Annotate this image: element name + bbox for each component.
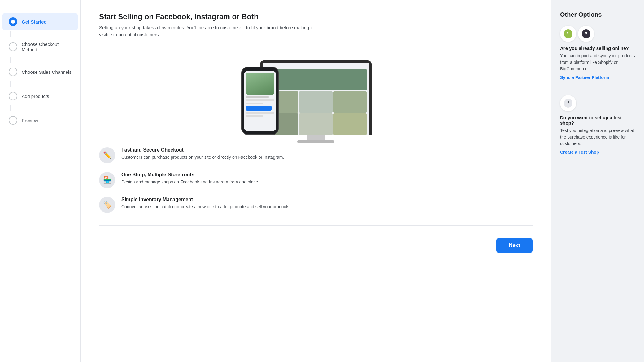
side-option-partner: S 3 ··· Are you already selling online? …	[560, 26, 635, 80]
feature-inventory-icon: 🏷️	[99, 197, 115, 213]
sidebar-item-checkout[interactable]: Choose Checkout Method	[2, 37, 78, 56]
phone-text-4	[246, 115, 263, 117]
side-option-partner-desc: You can import and sync your products fr…	[560, 53, 635, 72]
feature-storefronts-title: One Shop, Multiple Storefronts	[121, 172, 259, 178]
monitor-cell-6	[333, 113, 367, 135]
monitor-cell-3	[333, 91, 367, 113]
sidebar-item-sales-channels[interactable]: Choose Sales Channels	[2, 63, 78, 81]
test-shop-icon: ✦	[560, 95, 576, 111]
feature-storefronts: 🏪 One Shop, Multiple Storefronts Design …	[99, 172, 533, 188]
feature-storefronts-desc: Design and manage shops on Facebook and …	[121, 179, 259, 185]
more-platforms-icon: ···	[597, 31, 601, 37]
monitor-cell-2	[299, 91, 332, 113]
phone-mockup	[242, 67, 279, 135]
next-button[interactable]: Next	[496, 238, 533, 253]
step-connector-2	[10, 57, 11, 63]
side-option-partner-icons: S 3 ···	[560, 26, 635, 42]
page-title: Start Selling on Facebook, Instagram or …	[99, 12, 533, 21]
phone-text-2	[246, 103, 263, 104]
step-circle-sales-channels	[9, 68, 17, 76]
svg-text:3: 3	[585, 32, 587, 35]
feature-storefronts-text: One Shop, Multiple Storefronts Design an…	[121, 172, 259, 185]
step-connector-4	[10, 105, 11, 111]
svg-text:S: S	[567, 31, 569, 35]
step-circle-preview	[9, 116, 17, 125]
hero-illustration	[99, 48, 533, 135]
sidebar-item-preview[interactable]: Preview	[2, 112, 78, 129]
phone-plant-image	[246, 73, 274, 95]
features-list: ✏️ Fast and Secure Checkout Customers ca…	[99, 147, 533, 213]
monitor-stand	[307, 134, 325, 140]
bigcommerce-icon: 3	[578, 26, 594, 42]
sidebar-label-sales-channels: Choose Sales Channels	[22, 69, 72, 75]
side-option-test: ✦ Do you want to set up a test shop? Tes…	[560, 95, 635, 155]
feature-checkout-desc: Customers can purchase products on your …	[121, 154, 284, 161]
feature-inventory-title: Simple Inventory Management	[121, 197, 290, 202]
phone-screen	[244, 71, 276, 131]
bottom-bar: Next	[99, 233, 533, 253]
feature-inventory: 🏷️ Simple Inventory Management Connect a…	[99, 197, 533, 213]
phone-cta-button	[246, 106, 272, 111]
sidebar-label-checkout: Choose Checkout Method	[22, 42, 72, 52]
sidebar-label-preview: Preview	[22, 118, 38, 123]
sidebar-label-get-started: Get Started	[22, 19, 47, 24]
phone-title-bar	[246, 96, 269, 98]
phone-text-1	[246, 99, 274, 101]
side-panel-divider	[560, 89, 635, 89]
side-option-partner-title: Are you already selling online?	[560, 46, 635, 51]
side-option-test-icons: ✦	[560, 95, 635, 111]
side-option-test-title: Do you want to set up a test shop?	[560, 115, 635, 126]
feature-checkout-title: Fast and Secure Checkout	[121, 147, 284, 153]
side-panel-title: Other Options	[560, 11, 635, 18]
phone-product-image	[246, 73, 274, 95]
page-subtitle: Setting up your shop takes a few minutes…	[99, 24, 316, 38]
sync-partner-link[interactable]: Sync a Partner Platform	[560, 75, 609, 80]
feature-inventory-text: Simple Inventory Management Connect an e…	[121, 197, 290, 210]
feature-inventory-desc: Connect an existing catalog or create a …	[121, 204, 290, 210]
step-connector-1	[10, 31, 11, 37]
shopify-icon: S	[560, 26, 576, 42]
side-option-test-desc: Test your integration and preview what t…	[560, 127, 635, 147]
main-content: Start Selling on Facebook, Instagram or …	[80, 0, 551, 362]
step-connector-3	[10, 81, 11, 87]
monitor-cell-5	[299, 113, 332, 135]
feature-checkout-icon: ✏️	[99, 147, 115, 163]
sidebar: Get Started Choose Checkout Method Choos…	[0, 0, 80, 362]
sidebar-item-add-products[interactable]: Add products	[2, 87, 78, 105]
side-panel: Other Options S 3 ··· Are you alread	[551, 0, 644, 362]
phone-text-3	[246, 112, 274, 114]
feature-checkout: ✏️ Fast and Secure Checkout Customers ca…	[99, 147, 533, 163]
monitor-base	[297, 140, 334, 143]
feature-storefronts-icon: 🏪	[99, 172, 115, 188]
step-circle-get-started	[9, 17, 17, 26]
monitor-cell-banner	[265, 69, 367, 90]
svg-text:✦: ✦	[566, 99, 570, 105]
sidebar-label-add-products: Add products	[22, 94, 49, 99]
step-circle-checkout	[9, 42, 17, 51]
section-divider	[99, 225, 533, 226]
feature-checkout-text: Fast and Secure Checkout Customers can p…	[121, 147, 284, 161]
step-circle-add-products	[9, 92, 17, 100]
create-test-shop-link[interactable]: Create a Test Shop	[560, 150, 599, 155]
sidebar-item-get-started[interactable]: Get Started	[2, 13, 78, 30]
